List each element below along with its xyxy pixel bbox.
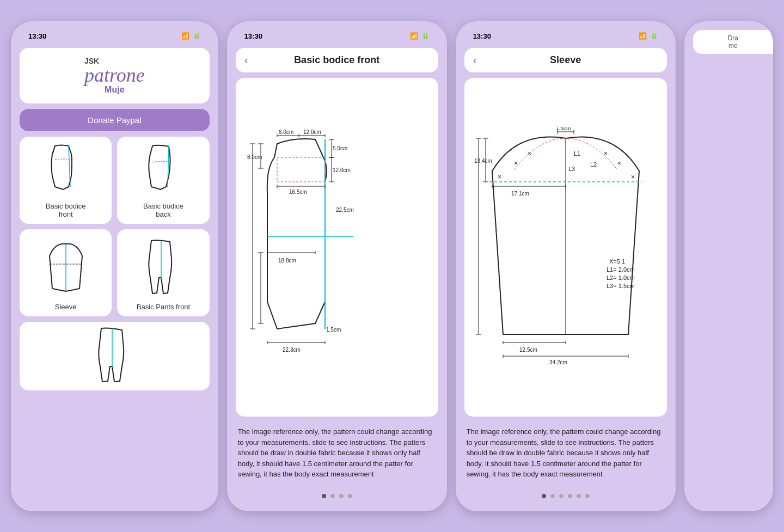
status-icons-1: 📶 🔋 [181,32,201,40]
donate-button[interactable]: Donate Paypal [20,109,210,131]
dot-s6[interactable] [585,494,590,498]
pattern-card-bodice-front[interactable]: Basic bodicefront [20,137,112,224]
pants-front-svg [142,240,185,294]
time-1: 13:30 [28,32,46,40]
dot-4[interactable] [348,494,352,498]
svg-text:22.3cm: 22.3cm [283,347,301,353]
svg-text:L1= 2.0cm: L1= 2.0cm [607,266,635,273]
pants-front-label: Basic Pants front [137,303,190,311]
svg-text:16.5cm: 16.5cm [289,189,307,195]
dot-2[interactable] [330,494,335,498]
pattern-preview-bodice-back [122,142,204,199]
pattern-preview-bodice-front [25,142,106,199]
phone-3-sleeve: 13:30 📶 🔋 ‹ Sleeve × × × × × × [456,21,676,511]
battery-icon-2: 🔋 [421,32,430,40]
svg-text:×: × [498,173,501,181]
bodice-front-description: The image reference only, the pattern co… [236,422,438,484]
page-title-2: Basic bodice front [294,54,379,66]
pattern-card-pants-back[interactable] [20,322,210,390]
pattern-grid: Basic bodicefront Basic bodiceback [20,137,210,316]
pattern-card-pants-front[interactable]: Basic Pants front [117,229,209,316]
bodice-front-image-card: 6.0cm 12.0cm 5.0cm 12.0cm 8.0cm [236,78,438,417]
svg-text:13.4cm: 13.4cm [474,158,492,164]
phone-4-partial: Dra me [684,21,773,511]
sleeve-description: The image reference only, the pattern co… [464,422,667,484]
svg-text:12.0cm: 12.0cm [303,129,321,135]
svg-text:22.5cm: 22.5cm [336,207,354,213]
logo-panel: JSK patrone Muje [20,48,210,103]
logo-script: patrone [84,65,145,85]
svg-text:61.0cm: 61.0cm [244,233,246,250]
time-3: 13:30 [473,32,491,40]
svg-text:×: × [631,173,635,181]
page-title-3: Sleeve [550,54,581,66]
dot-s1[interactable] [542,494,546,498]
page-dots-2 [236,490,438,503]
bodice-back-svg [142,143,185,198]
svg-text:18.8cm: 18.8cm [278,258,296,264]
svg-text:L1: L1 [574,150,580,157]
status-icons-3: 📶 🔋 [639,32,658,40]
svg-text:1.5cm: 1.5cm [326,327,341,333]
svg-text:×: × [514,160,518,167]
battery-icon: 🔋 [193,32,201,40]
sleeve-detail-svg: × × × × × × L1 L2 L3 1.5cm 13.4cm 17.1c [473,127,658,367]
dot-1[interactable] [322,494,326,498]
bodice-front-detail-svg: 6.0cm 12.0cm 5.0cm 12.0cm 8.0cm [244,127,430,367]
svg-text:12.5cm: 12.5cm [519,347,537,353]
sleeve-label: Sleeve [55,303,77,311]
sleeve-svg [44,240,88,294]
svg-text:L3= 1.5cm: L3= 1.5cm [607,283,635,289]
back-button-2[interactable]: ‹ [244,54,248,66]
status-bar-3: 13:30 📶 🔋 [464,30,667,42]
svg-text:X=5.1: X=5.1 [609,258,625,265]
svg-rect-2 [277,157,325,182]
svg-text:34.2cm: 34.2cm [549,359,567,365]
dra-label-partial: Dra me [728,34,738,50]
svg-text:L2= 1.0cm: L2= 1.0cm [607,274,635,281]
pattern-card-bodice-back[interactable]: Basic bodiceback [117,137,209,224]
dot-3[interactable] [339,494,344,498]
svg-text:×: × [528,150,531,157]
back-button-3[interactable]: ‹ [473,54,477,66]
dot-s4[interactable] [568,494,572,498]
battery-icon-3: 🔋 [650,32,658,40]
wifi-icon: 📶 [181,32,189,40]
svg-text:×: × [617,160,621,167]
phone-2-bodice-front: 13:30 📶 🔋 ‹ Basic bodice front 6.0cm [227,21,447,511]
wifi-icon-3: 📶 [639,32,647,40]
svg-text:L2: L2 [590,161,597,168]
status-bar-1: 13:30 📶 🔋 [20,30,210,42]
page-dots-3 [464,490,667,503]
svg-text:8.0cm: 8.0cm [247,154,262,160]
header-3: ‹ Sleeve [464,48,667,72]
svg-text:17.1cm: 17.1cm [511,191,529,197]
logo-sub: Muje [105,85,124,95]
status-icons-2: 📶 🔋 [410,32,430,40]
dot-s3[interactable] [559,494,564,498]
sleeve-image-card: × × × × × × L1 L2 L3 1.5cm 13.4cm 17.1c [464,78,667,417]
svg-text:12.0cm: 12.0cm [333,167,351,173]
pattern-card-sleeve[interactable]: Sleeve [20,229,112,316]
svg-text:5.0cm: 5.0cm [333,145,347,151]
partial-white-card: Dra me [693,30,773,54]
bodice-back-label: Basic bodiceback [143,202,183,218]
svg-text:×: × [604,150,608,157]
dot-s2[interactable] [550,494,555,498]
pattern-preview-pants-back [25,327,204,382]
svg-text:6.0cm: 6.0cm [279,129,293,135]
bodice-front-label: Basic bodicefront [46,202,86,218]
status-bar-2: 13:30 📶 🔋 [236,30,438,42]
dot-s5[interactable] [577,494,581,498]
bodice-front-svg [44,143,88,198]
svg-text:L3: L3 [568,166,575,172]
pattern-preview-sleeve [25,235,106,299]
phone-1-main: 13:30 📶 🔋 JSK patrone Muje Donate Paypal [11,21,218,511]
header-2: ‹ Basic bodice front [236,48,438,72]
pants-back-svg [93,327,136,382]
svg-text:1.5cm: 1.5cm [556,127,571,131]
pattern-preview-pants-front [122,235,204,299]
wifi-icon-2: 📶 [410,32,418,40]
time-2: 13:30 [244,32,262,40]
